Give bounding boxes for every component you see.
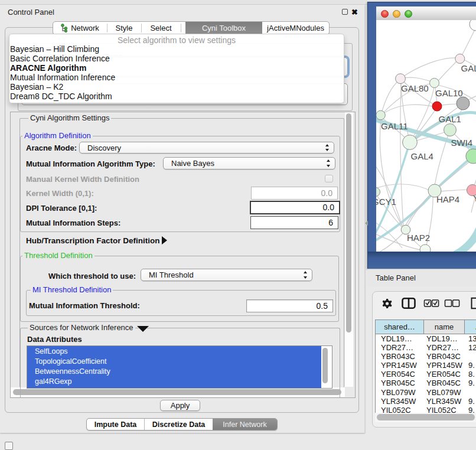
svg-text:GAL80: GAL80 <box>401 83 429 93</box>
svg-text:GAL4: GAL4 <box>411 151 433 161</box>
svg-text:SWI4: SWI4 <box>451 138 473 148</box>
svg-text:GAL10: GAL10 <box>435 88 463 98</box>
svg-text:GAL1: GAL1 <box>439 114 461 124</box>
svg-text:GAL11: GAL11 <box>381 121 408 131</box>
svg-text:HAP2: HAP2 <box>407 233 430 243</box>
svg-text:Y: Y <box>473 193 476 203</box>
svg-text:GCY1: GCY1 <box>376 197 396 207</box>
svg-text:GAL7: GAL7 <box>461 63 476 73</box>
svg-text:HAP4: HAP4 <box>436 194 459 204</box>
